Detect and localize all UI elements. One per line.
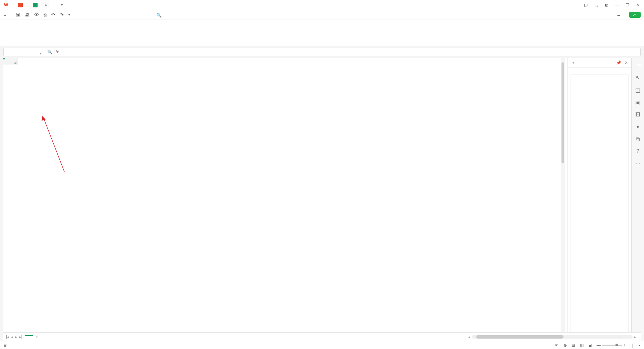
collapse-panel-icon[interactable]: — (634, 60, 644, 68)
select-all-corner[interactable] (3, 58, 17, 65)
add-sheet-button[interactable]: + (33, 335, 41, 339)
status-bar: ⊞ 👁 ⊕ ▦ ▥ ▣ —+ | ▾ (0, 341, 644, 349)
window-layout-icon[interactable]: ▢ (584, 3, 588, 7)
export-icon[interactable]: ⎘ (44, 12, 46, 17)
window-close-icon[interactable]: ✕ (636, 3, 639, 7)
zoom-control-1[interactable]: —+ (597, 343, 627, 348)
app-tab-document[interactable]: ● (29, 0, 50, 10)
image-tool-icon[interactable]: 🖼 (635, 112, 641, 118)
add-tab-button[interactable]: + (50, 2, 58, 8)
share-icon: ↗ (633, 12, 636, 17)
side-tool-strip: — ↖ ◫ ▣ 🖼 ✦ ⧉ ? ⋯ (631, 58, 644, 349)
formula-bar: ▾ 🔍 fx (3, 48, 641, 56)
cube-icon[interactable]: ⬚ (594, 3, 598, 7)
sheet-icon (33, 3, 38, 7)
wps-logo-icon: W (4, 2, 8, 7)
scroll-thumb[interactable] (561, 62, 564, 163)
print-quick-icon[interactable]: 🖶 (25, 12, 30, 17)
app-tab-wps[interactable]: W (0, 0, 14, 10)
share-button[interactable]: ↗ (629, 12, 641, 18)
view-break-icon[interactable]: ▣ (588, 343, 592, 348)
user-avatar-icon[interactable]: ◐ (605, 3, 608, 7)
tab-list-dropdown[interactable]: ▾ (58, 3, 65, 7)
redo-icon[interactable]: ↷ (60, 12, 64, 17)
print-preview-icon[interactable]: 👁 (34, 12, 39, 17)
zoom-control-2[interactable]: ▾ (638, 344, 641, 347)
ribbon (0, 28, 644, 46)
minimize-icon[interactable]: — (615, 3, 619, 7)
qat-dropdown-icon[interactable]: ▾ (68, 13, 70, 16)
selection-pane: ▾ 📌 ✕ ▾ (568, 58, 631, 349)
clip-tool-icon[interactable]: ▣ (635, 99, 640, 106)
svg-line-0 (44, 118, 64, 172)
horizontal-scrollbar[interactable] (472, 335, 633, 339)
sheet-nav-prev-icon[interactable]: ◂ (11, 335, 13, 339)
view-page-icon[interactable]: ▥ (580, 343, 584, 348)
sheet-nav-last-icon[interactable]: ▸| (19, 335, 22, 339)
eye-icon[interactable]: 👁 (555, 343, 559, 348)
app-tab-templates[interactable] (14, 0, 29, 10)
pin-icon[interactable]: 📌 (616, 60, 621, 65)
hscroll-thumb[interactable] (476, 335, 564, 339)
pane-close-icon[interactable]: ✕ (625, 60, 628, 65)
vertical-scrollbar[interactable] (561, 58, 565, 349)
sheet-nav-first-icon[interactable]: |◂ (6, 335, 9, 339)
save-icon[interactable]: 🖫 (15, 12, 20, 17)
undo-icon[interactable]: ↶ (51, 12, 55, 17)
annotation-arrow (40, 115, 70, 175)
status-layout-icon[interactable]: ⊞ (3, 343, 7, 348)
menu-tabs: 🔍 (72, 13, 162, 18)
fx-icon[interactable]: fx (56, 50, 59, 54)
spreadsheet-grid[interactable] (3, 58, 565, 349)
link-tool-icon[interactable]: ⧉ (636, 136, 640, 142)
close-icon[interactable]: ● (45, 3, 47, 7)
view-normal-icon[interactable]: ▦ (572, 343, 575, 348)
cloud-icon[interactable]: ☁ (616, 12, 621, 17)
sheet-tab-bar: |◂ ◂ ▸ ▸| + ◂ ▸ (3, 332, 641, 341)
more-tool-icon[interactable]: ⋯ (635, 160, 641, 167)
title-bar: W ● + ▾ ▢ ⬚ ◐ — ☐ ✕ (0, 0, 644, 10)
focus-icon[interactable]: ⊕ (564, 343, 567, 348)
hscroll-left-icon[interactable]: ◂ (468, 335, 470, 339)
svg-marker-1 (42, 116, 46, 121)
sheet-nav-next-icon[interactable]: ▸ (15, 335, 17, 339)
pane-subtitle (568, 68, 631, 73)
help-tool-icon[interactable]: ? (636, 148, 639, 154)
style-tool-icon[interactable]: ◫ (635, 87, 640, 93)
hscroll-right-icon[interactable]: ▸ (634, 335, 636, 339)
menu-icon[interactable]: ≡ (3, 12, 6, 17)
zoom-fn-icon[interactable]: 🔍 (47, 50, 52, 54)
select-tool-icon[interactable]: ↖ (636, 74, 640, 81)
maximize-icon[interactable]: ☐ (626, 3, 629, 7)
chart-tool-icon[interactable]: ✦ (636, 124, 640, 130)
pane-body (571, 74, 629, 333)
docer-icon (18, 3, 23, 7)
search-icon[interactable]: 🔍 (156, 13, 162, 18)
sheet-tab-active[interactable] (25, 335, 33, 339)
